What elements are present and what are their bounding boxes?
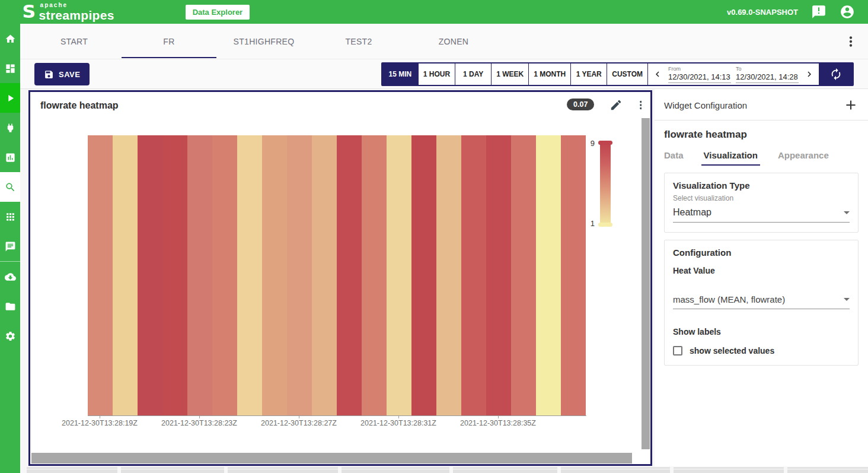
cutoff-widget-cell bbox=[787, 467, 868, 469]
sidebar-item-dashboard[interactable] bbox=[0, 53, 20, 83]
cutoff-widget-cell bbox=[453, 469, 557, 473]
edit-pencil-icon[interactable] bbox=[609, 99, 623, 112]
heatmap-band[interactable] bbox=[387, 135, 411, 415]
sidebar-item-pipelines[interactable] bbox=[0, 83, 20, 113]
tab-fr[interactable]: FR bbox=[122, 24, 216, 59]
range-button-15-min[interactable]: 15 MIN bbox=[382, 64, 418, 85]
sidebar-item-live-dashboard[interactable] bbox=[0, 142, 20, 172]
data-explorer-badge: Data Explorer bbox=[186, 5, 250, 20]
x-axis-tick bbox=[100, 415, 100, 418]
apps-grid-icon bbox=[5, 211, 16, 223]
sidebar-item-files[interactable] bbox=[0, 291, 20, 321]
date-range-panel: From 12/30/2021, 14:13 To 12/30/2021, 14… bbox=[648, 64, 819, 85]
cutoff-widget-cell bbox=[561, 469, 670, 473]
sidebar-item-apps[interactable] bbox=[0, 202, 20, 231]
heatmap-band[interactable] bbox=[362, 135, 387, 415]
to-date-field[interactable]: To 12/30/2021, 14:28 bbox=[736, 66, 799, 83]
previous-range-chevron-left-icon[interactable] bbox=[652, 65, 663, 83]
heatmap-band[interactable] bbox=[237, 135, 262, 415]
heatmap-band[interactable] bbox=[262, 135, 287, 415]
sidebar-item-notifications[interactable] bbox=[0, 231, 20, 261]
heatmap-band[interactable] bbox=[312, 135, 337, 415]
heat-value-label: Heat Value bbox=[673, 266, 850, 275]
x-axis-tick bbox=[199, 415, 200, 418]
visualization-type-select[interactable]: Heatmap bbox=[673, 207, 850, 223]
heatmap-band[interactable] bbox=[187, 135, 212, 415]
panel-widget-name: flowrate heatmap bbox=[664, 129, 859, 141]
show-selected-values-label: show selected values bbox=[690, 346, 774, 355]
dashboard-icon bbox=[5, 63, 16, 74]
from-date-input[interactable]: 12/30/2021, 14:13 bbox=[668, 72, 731, 83]
sidebar-item-data-explorer[interactable] bbox=[0, 172, 20, 202]
heat-value-select[interactable]: mass_flow (MEAN, flowrate) bbox=[673, 294, 850, 309]
heatmap-band[interactable] bbox=[287, 135, 312, 415]
horizontal-scrollbar-thumb[interactable] bbox=[31, 453, 632, 464]
tab-start[interactable]: START bbox=[27, 24, 122, 59]
save-icon bbox=[44, 69, 54, 80]
more-vert-icon[interactable] bbox=[843, 34, 859, 49]
feedback-icon[interactable] bbox=[811, 4, 826, 20]
heatmap-band[interactable] bbox=[561, 135, 586, 415]
next-range-chevron-right-icon[interactable] bbox=[803, 65, 815, 83]
heatmap-band[interactable] bbox=[113, 135, 138, 415]
show-labels-heading: Show labels bbox=[673, 327, 850, 337]
heatmap-band[interactable] bbox=[88, 135, 113, 415]
sidebar-item-settings[interactable] bbox=[0, 321, 20, 351]
heatmap-band[interactable] bbox=[536, 135, 561, 415]
save-button[interactable]: SAVE bbox=[34, 63, 90, 85]
heatmap-band[interactable] bbox=[162, 135, 187, 415]
range-button-custom[interactable]: CUSTOM bbox=[607, 64, 647, 85]
cutoff-widget-cell bbox=[561, 467, 670, 469]
widget-value-badge: 0.07 bbox=[567, 99, 594, 110]
x-axis-tick bbox=[498, 415, 499, 418]
from-date-field[interactable]: From 12/30/2021, 14:13 bbox=[668, 66, 731, 83]
cutoff-widget-cell bbox=[342, 469, 449, 473]
sidebar-item-install[interactable] bbox=[0, 262, 20, 291]
heatmap-colorbar[interactable] bbox=[600, 143, 611, 226]
brand-name-label: streampipes bbox=[39, 9, 114, 21]
streampipes-logo: S apache streampipes bbox=[23, 2, 114, 21]
time-range-selector: 15 MIN1 HOUR1 DAY1 WEEK1 MONTH1 YEARCUST… bbox=[381, 62, 854, 86]
x-axis-label: 2021-12-30T13:28:31Z bbox=[360, 419, 436, 427]
x-axis-label: 2021-12-30T13:28:27Z bbox=[261, 419, 337, 427]
heatmap-band[interactable] bbox=[337, 135, 362, 415]
range-button-1-week[interactable]: 1 WEEK bbox=[492, 64, 528, 85]
panel-tab-appearance[interactable]: Appearance bbox=[778, 150, 829, 166]
x-axis-tick bbox=[299, 415, 299, 418]
tab-zonen[interactable]: ZONEN bbox=[406, 24, 501, 59]
cutoff-widget-cell bbox=[674, 469, 784, 473]
sidebar-item-home[interactable] bbox=[0, 24, 20, 53]
x-axis-label: 2021-12-30T13:28:19Z bbox=[62, 419, 138, 427]
show-selected-values-checkbox[interactable] bbox=[673, 346, 682, 355]
panel-tab-data[interactable]: Data bbox=[664, 150, 684, 166]
heatmap-band[interactable] bbox=[511, 135, 536, 415]
home-icon bbox=[5, 33, 16, 45]
cutoff-widget-cell bbox=[121, 467, 224, 469]
show-selected-values-option[interactable]: show selected values bbox=[673, 346, 850, 355]
vertical-scrollbar-thumb[interactable] bbox=[642, 118, 650, 449]
heatmap-band[interactable] bbox=[138, 135, 162, 415]
range-button-1-year[interactable]: 1 YEAR bbox=[571, 64, 607, 85]
sidebar-item-connect[interactable] bbox=[0, 113, 20, 142]
range-button-1-hour[interactable]: 1 HOUR bbox=[419, 64, 455, 85]
refresh-icon bbox=[829, 68, 843, 81]
range-button-1-month[interactable]: 1 MONTH bbox=[529, 64, 570, 85]
cutoff-widget-cell bbox=[453, 467, 557, 469]
heatmap-band[interactable] bbox=[486, 135, 511, 415]
tab-test2[interactable]: TEST2 bbox=[311, 24, 406, 59]
account-icon[interactable] bbox=[840, 4, 855, 20]
heatmap-band[interactable] bbox=[461, 135, 486, 415]
to-date-input[interactable]: 12/30/2021, 14:28 bbox=[736, 72, 799, 83]
dashboard-tab-bar: STARTFRST1HIGHFREQTEST2ZONEN bbox=[20, 24, 868, 59]
heatmap-band[interactable] bbox=[411, 135, 436, 415]
tab-st1highfreq[interactable]: ST1HIGHFREQ bbox=[216, 24, 311, 59]
heatmap-band[interactable] bbox=[436, 135, 461, 415]
widget-configuration-panel: Widget Configuration flowrate heatmap Da… bbox=[655, 89, 868, 466]
add-widget-plus-icon[interactable] bbox=[843, 97, 859, 113]
range-button-1-day[interactable]: 1 DAY bbox=[455, 64, 491, 85]
panel-tab-visualization[interactable]: Visualization bbox=[704, 150, 758, 166]
cutoff-widget-cell bbox=[674, 467, 784, 469]
refresh-button[interactable] bbox=[819, 64, 853, 85]
heatmap-widget: flowrate heatmap 0.07 2021-12-30T13:28:1… bbox=[28, 90, 652, 466]
heatmap-band[interactable] bbox=[212, 135, 237, 415]
